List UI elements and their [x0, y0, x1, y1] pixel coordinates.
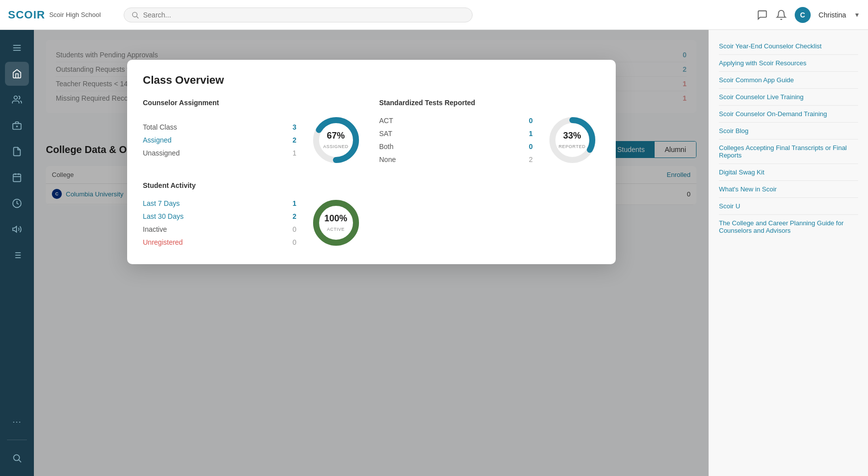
sidebar-item-analytics[interactable] [5, 191, 29, 215]
tests-sub: REPORTED [559, 144, 586, 149]
counselor-unassigned-row: Unassigned 1 [143, 147, 297, 159]
right-link-9[interactable]: Scoir U [719, 198, 858, 215]
sidebar-item-search[interactable] [5, 446, 29, 470]
class-overview-modal: Class Overview Counselor Assignment T [127, 60, 616, 264]
modal-overlay: Class Overview Counselor Assignment T [34, 30, 708, 476]
sidebar-item-docs[interactable] [5, 140, 29, 163]
counselor-sub: ASSIGNED [323, 144, 348, 149]
right-link-0[interactable]: Scoir Year-End Counselor Checklist [719, 38, 858, 55]
sidebar-item-school[interactable] [5, 114, 29, 138]
sidebar: ··· [0, 30, 34, 476]
activity-pct: 100% [324, 213, 347, 224]
right-link-10[interactable]: The College and Career Planning Guide fo… [719, 215, 858, 239]
content-wrapper: Students with Pending Approvals 0 Outsta… [34, 30, 868, 476]
right-link-8[interactable]: What's New in Scoir [719, 181, 858, 198]
activity-unregistered-val: 0 [293, 238, 297, 246]
search-input[interactable] [143, 11, 465, 19]
tests-sat-row: SAT 1 [379, 127, 533, 140]
activity-unregistered-row: Unregistered 0 [143, 236, 297, 249]
svg-line-22 [19, 460, 21, 463]
right-link-1[interactable]: Applying with Scoir Resources [719, 55, 858, 72]
svg-point-0 [133, 12, 137, 16]
sidebar-item-menu[interactable] [5, 36, 29, 60]
sidebar-item-students[interactable] [5, 88, 29, 112]
tests-none-val: 2 [529, 156, 533, 163]
user-name[interactable]: Christina [819, 11, 846, 19]
right-link-3[interactable]: Scoir Counselor Live Training [719, 89, 858, 106]
right-link-7[interactable]: Digital Swag Kit [719, 164, 858, 181]
modal-title: Class Overview [143, 74, 600, 87]
logo: SCOIR [8, 8, 45, 21]
tests-donut: 33% REPORTED [545, 113, 600, 167]
tests-act-label: ACT [379, 117, 393, 125]
counselor-assignment-title: Counselor Assignment [143, 99, 363, 107]
logo-area: SCOIR Scoir High School [8, 8, 118, 21]
counselor-total-label: Total Class [143, 123, 177, 131]
svg-marker-14 [13, 226, 17, 232]
activity-last7-val: 1 [293, 199, 297, 207]
search-icon [131, 11, 139, 19]
activity-sub: ACTIVE [327, 227, 345, 232]
activity-inactive-row: Inactive 0 [143, 223, 297, 236]
topbar-right: C Christina ▼ [757, 7, 860, 23]
tests-both-row: Both 0 [379, 140, 533, 153]
activity-last7-label[interactable]: Last 7 Days [143, 199, 180, 207]
tests-sat-label: SAT [379, 130, 392, 138]
student-activity-section: Student Activity Last 7 Days 1 Last [143, 181, 363, 250]
sidebar-bottom: ··· [5, 410, 29, 470]
right-link-6[interactable]: Colleges Accepting Final Transcripts or … [719, 140, 858, 164]
counselor-assignment-section: Counselor Assignment Total Class 3 [143, 99, 363, 167]
svg-point-5 [14, 96, 17, 100]
right-link-5[interactable]: Scoir Blog [719, 123, 858, 140]
student-activity-title: Student Activity [143, 181, 363, 189]
modal-left: Counselor Assignment Total Class 3 [143, 99, 363, 250]
activity-unregistered-label[interactable]: Unregistered [143, 238, 183, 246]
content-area: Students with Pending Approvals 0 Outsta… [34, 30, 708, 476]
activity-chart-area: Last 7 Days 1 Last 30 Days 2 [143, 195, 363, 250]
counselor-chart-area: Total Class 3 Assigned 2 Una [143, 113, 363, 167]
sidebar-item-announcements[interactable] [5, 217, 29, 241]
bell-icon[interactable] [776, 9, 787, 20]
activity-stats: Last 7 Days 1 Last 30 Days 2 [143, 197, 297, 249]
tests-donut-label: 33% REPORTED [559, 131, 586, 150]
tests-both-label: Both [379, 143, 394, 151]
counselor-pct: 67% [323, 131, 348, 141]
activity-inactive-val: 0 [293, 225, 297, 233]
chevron-down-icon[interactable]: ▼ [854, 11, 860, 18]
avatar: C [795, 7, 811, 23]
counselor-donut: 67% ASSIGNED [309, 113, 363, 167]
sidebar-item-reports[interactable] [5, 243, 29, 267]
svg-rect-9 [13, 174, 21, 181]
tests-sat-val: 1 [529, 130, 533, 138]
topbar: SCOIR Scoir High School C Christina ▼ [0, 0, 868, 30]
modal-right: Standardized Tests Reported ACT 0 S [379, 99, 600, 250]
counselor-total-val: 3 [293, 123, 297, 131]
sidebar-item-calendar[interactable] [5, 165, 29, 189]
tests-act-val: 0 [529, 117, 533, 125]
modal-grid: Counselor Assignment Total Class 3 [143, 99, 600, 250]
sidebar-item-home[interactable] [5, 62, 29, 86]
sidebar-item-more[interactable]: ··· [5, 410, 29, 434]
activity-last30-row: Last 30 Days 2 [143, 210, 297, 223]
school-name: Scoir High School [49, 11, 101, 18]
activity-donut-label: 100% ACTIVE [324, 213, 347, 233]
right-link-4[interactable]: Scoir Counselor On-Demand Training [719, 106, 858, 123]
svg-point-21 [13, 455, 19, 461]
right-link-2[interactable]: Scoir Common App Guide [719, 72, 858, 89]
activity-last7-row: Last 7 Days 1 [143, 197, 297, 210]
tests-both-val: 0 [529, 143, 533, 151]
standardized-tests-section: Standardized Tests Reported ACT 0 S [379, 99, 600, 167]
counselor-total-row: Total Class 3 [143, 121, 297, 134]
counselor-donut-label: 67% ASSIGNED [323, 131, 348, 150]
counselor-assigned-label[interactable]: Assigned [143, 136, 172, 144]
svg-line-1 [137, 16, 139, 18]
tests-act-row: ACT 0 [379, 114, 533, 127]
chat-icon[interactable] [757, 9, 768, 20]
tests-pct: 33% [559, 131, 586, 141]
activity-last30-label[interactable]: Last 30 Days [143, 212, 184, 220]
tests-none-label: None [379, 156, 396, 163]
counselor-unassigned-label: Unassigned [143, 149, 180, 157]
counselor-unassigned-val: 1 [293, 149, 297, 157]
search-bar[interactable] [124, 7, 473, 22]
counselor-assigned-val: 2 [293, 136, 297, 144]
